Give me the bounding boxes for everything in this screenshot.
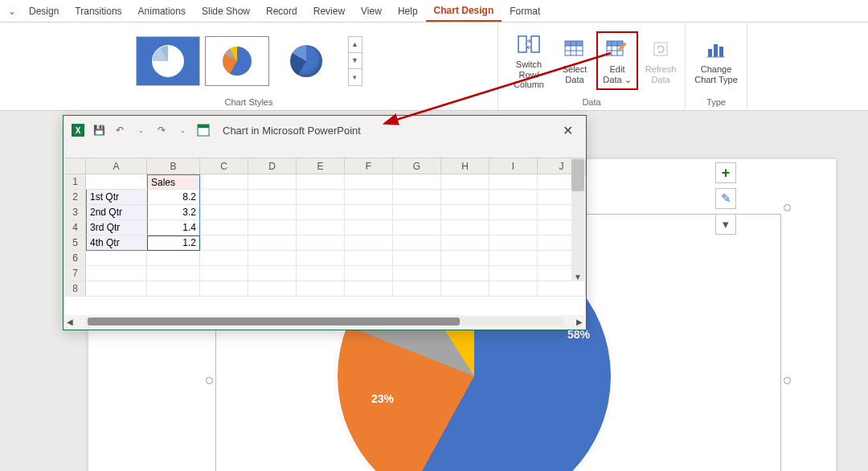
col-header-d[interactable]: D (248, 158, 297, 174)
cell-g5[interactable] (393, 236, 441, 251)
tab-record[interactable]: Record (258, 2, 305, 21)
cell-d5[interactable] (248, 236, 297, 251)
col-header-c[interactable]: C (200, 158, 248, 174)
tab-design[interactable]: Design (21, 2, 67, 21)
chart-style-2[interactable] (205, 36, 269, 86)
cell-i3[interactable] (489, 205, 538, 220)
select-data-button[interactable]: Select Data (558, 35, 592, 86)
sheet-icon[interactable] (195, 122, 211, 138)
cell-h5[interactable] (441, 236, 489, 251)
chevron-down-icon[interactable]: ▼ (349, 53, 362, 69)
cell-i1[interactable] (489, 174, 538, 190)
cell-i2[interactable] (489, 190, 538, 205)
excel-horizontal-scrollbar[interactable]: ◀ ▶ (65, 316, 584, 327)
col-header-h[interactable]: H (441, 158, 489, 174)
cell-b4[interactable]: 1.4 (147, 220, 200, 236)
excel-data-window[interactable]: X 💾 ↶ ⌄ ↷ ⌄ Chart in Microsoft PowerPoin… (63, 115, 587, 330)
row-header-2[interactable]: 2 (65, 190, 86, 205)
cell-d4[interactable] (248, 220, 297, 236)
cell-g1[interactable] (393, 174, 441, 190)
tab-animations[interactable]: Animations (130, 2, 194, 21)
cell-i5[interactable] (489, 236, 538, 251)
cell-b1[interactable]: Sales (147, 174, 200, 190)
col-header-b[interactable]: B (147, 158, 200, 174)
cell-f4[interactable] (345, 220, 393, 236)
cell-h1[interactable] (441, 174, 489, 190)
change-chart-type-button[interactable]: Change Chart Type (692, 35, 740, 86)
cell-e3[interactable] (297, 205, 345, 220)
col-header-g[interactable]: G (393, 158, 441, 174)
cell-e2[interactable] (297, 190, 345, 205)
cell-e1[interactable] (297, 174, 345, 190)
excel-grid[interactable]: A B C D E F G H I J 1 Sales 2 1st Qtr 8 (65, 158, 584, 315)
chart-style-3[interactable] (274, 36, 338, 86)
scroll-right-icon[interactable]: ▶ (575, 317, 584, 326)
chart-style-scroll[interactable]: ▲ ▼ ▾ (348, 36, 362, 86)
cell-g4[interactable] (393, 220, 441, 236)
cell-g3[interactable] (393, 205, 441, 220)
cell-d3[interactable] (248, 205, 297, 220)
cell-a3[interactable]: 2nd Qtr (86, 205, 147, 220)
cell-a2[interactable]: 1st Qtr (86, 190, 147, 205)
cell-c4[interactable] (200, 220, 248, 236)
cell-b3[interactable]: 3.2 (147, 205, 200, 220)
redo-dropdown-icon[interactable]: ⌄ (174, 122, 190, 138)
cell-a1[interactable] (86, 174, 147, 190)
row-header-3[interactable]: 3 (65, 205, 86, 220)
row-header-6[interactable]: 6 (65, 251, 86, 266)
excel-vertical-scrollbar[interactable]: ▼ (571, 159, 584, 281)
cell-d1[interactable] (248, 174, 297, 190)
cell-a5[interactable]: 4th Qtr (86, 236, 147, 251)
cell-f5[interactable] (345, 236, 393, 251)
tab-transitions[interactable]: Transitions (67, 2, 129, 21)
cell-c1[interactable] (200, 174, 248, 190)
col-header-a[interactable]: A (86, 158, 147, 174)
cell-f3[interactable] (345, 205, 393, 220)
cell-b2[interactable]: 8.2 (147, 190, 200, 205)
cell-f2[interactable] (345, 190, 393, 205)
chart-filters-button[interactable]: ▾ (715, 214, 736, 235)
chevron-expand-icon[interactable]: ▾ (349, 69, 362, 84)
cell-i4[interactable] (489, 220, 538, 236)
col-header-f[interactable]: F (345, 158, 393, 174)
tab-review[interactable]: Review (305, 2, 353, 21)
cell-b5[interactable]: 1.2 (147, 236, 200, 251)
row-header-1[interactable]: 1 (65, 174, 86, 190)
row-header-5[interactable]: 5 (65, 236, 86, 251)
save-icon[interactable]: 💾 (91, 122, 107, 138)
scroll-down-icon[interactable]: ▼ (571, 272, 584, 281)
cell-d2[interactable] (248, 190, 297, 205)
switch-row-column-button[interactable]: Switch Row/ Column (505, 30, 553, 92)
cell-e5[interactable] (297, 236, 345, 251)
cell-c5[interactable] (200, 236, 248, 251)
tabs-scroll-left-icon[interactable]: ⌄ (3, 6, 21, 17)
row-header-8[interactable]: 8 (65, 281, 86, 297)
cell-c3[interactable] (200, 205, 248, 220)
tab-format[interactable]: Format (502, 2, 548, 21)
cell-h3[interactable] (441, 205, 489, 220)
cell-g2[interactable] (393, 190, 441, 205)
scroll-left-icon[interactable]: ◀ (65, 317, 75, 326)
col-header-e[interactable]: E (297, 158, 345, 174)
tab-chart-design[interactable]: Chart Design (426, 1, 502, 22)
tab-slide-show[interactable]: Slide Show (194, 2, 258, 21)
tab-view[interactable]: View (353, 2, 390, 21)
row-header-4[interactable]: 4 (65, 220, 86, 236)
undo-icon[interactable]: ↶ (112, 122, 128, 138)
cell-e4[interactable] (297, 220, 345, 236)
redo-icon[interactable]: ↷ (154, 122, 170, 138)
chart-style-1[interactable] (136, 36, 200, 86)
chevron-up-icon[interactable]: ▲ (349, 37, 362, 53)
cell-f1[interactable] (345, 174, 393, 190)
row-header-7[interactable]: 7 (65, 266, 86, 281)
tab-help[interactable]: Help (390, 2, 426, 21)
excel-close-button[interactable]: ✕ (556, 120, 579, 141)
cell-a4[interactable]: 3rd Qtr (86, 220, 147, 236)
chart-styles-button[interactable]: ✎ (715, 188, 736, 209)
select-all-cell[interactable] (65, 158, 86, 174)
cell-h4[interactable] (441, 220, 489, 236)
cell-c2[interactable] (200, 190, 248, 205)
edit-data-button[interactable]: Edit Data ⌄ (600, 35, 635, 86)
chart-elements-button[interactable]: + (715, 162, 736, 183)
undo-dropdown-icon[interactable]: ⌄ (133, 122, 149, 138)
